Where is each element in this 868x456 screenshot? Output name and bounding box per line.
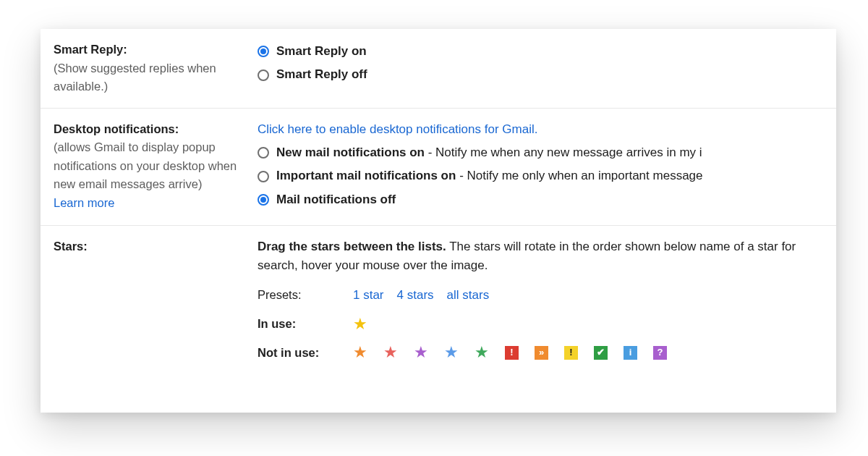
not-in-use-list: ★★★★★!»!✔i?: [353, 345, 667, 360]
preset-all-stars[interactable]: all stars: [447, 286, 490, 305]
in-use-list: ★: [353, 316, 367, 332]
purple-question-icon[interactable]: ?: [653, 346, 667, 360]
smart-reply-on-label: Smart Reply on: [276, 42, 367, 61]
blue-star-icon[interactable]: ★: [444, 345, 459, 360]
smart-reply-off-option[interactable]: Smart Reply off: [258, 65, 836, 84]
stars-instruction-bold: Drag the stars between the lists.: [258, 240, 446, 253]
purple-star-icon[interactable]: ★: [414, 345, 428, 360]
desktop-notif-title: Desktop notifications:: [54, 122, 179, 135]
notif-option-label: New mail notifications on - Notify me wh…: [276, 143, 702, 162]
radio-icon: [258, 46, 269, 57]
smart-reply-on-option[interactable]: Smart Reply on: [258, 42, 836, 61]
notif-option-important[interactable]: Important mail notifications on - Notify…: [258, 166, 836, 185]
radio-icon: [258, 194, 269, 206]
smart-reply-desc: (Show suggested replies when available.): [54, 62, 216, 93]
green-star-icon[interactable]: ★: [475, 345, 489, 360]
stars-title: Stars:: [54, 240, 88, 253]
radio-icon: [258, 69, 269, 81]
section-stars: Stars: Drag the stars between the lists.…: [41, 226, 836, 373]
preset-4-stars[interactable]: 4 stars: [397, 286, 434, 305]
yellow-bang-icon[interactable]: !: [564, 346, 578, 360]
yellow-star-icon[interactable]: ★: [353, 316, 367, 332]
section-desktop-notifications: Desktop notifications: (allows Gmail to …: [41, 109, 836, 226]
notif-option-label: Mail notifications off: [276, 190, 396, 209]
red-bang-icon[interactable]: !: [505, 346, 519, 360]
green-check-icon[interactable]: ✔: [594, 346, 608, 360]
blue-info-icon[interactable]: i: [624, 346, 637, 360]
radio-icon: [258, 171, 269, 182]
enable-desktop-notif-link[interactable]: Click here to enable desktop notificatio…: [258, 122, 537, 136]
notif-option-off[interactable]: Mail notifications off: [258, 190, 836, 209]
orange-arrows-icon[interactable]: »: [535, 346, 548, 360]
smart-reply-title: Smart Reply:: [54, 43, 127, 56]
notif-option-label: Important mail notifications on - Notify…: [276, 166, 703, 185]
radio-icon: [258, 147, 269, 159]
preset-1-star[interactable]: 1 star: [353, 286, 384, 305]
red-star-icon[interactable]: ★: [383, 345, 398, 360]
learn-more-link[interactable]: Learn more: [54, 196, 114, 209]
in-use-label: In use:: [258, 315, 353, 334]
stars-instruction: Drag the stars between the lists. The st…: [258, 237, 836, 276]
orange-star-icon[interactable]: ★: [353, 345, 367, 360]
smart-reply-off-label: Smart Reply off: [276, 65, 367, 84]
settings-panel: Smart Reply: (Show suggested replies whe…: [41, 29, 836, 413]
notif-option-new[interactable]: New mail notifications on - Notify me wh…: [258, 143, 836, 162]
desktop-notif-desc: (allows Gmail to display popup notificat…: [54, 140, 237, 190]
presets-label: Presets:: [258, 286, 353, 305]
section-smart-reply: Smart Reply: (Show suggested replies whe…: [41, 29, 836, 109]
not-in-use-label: Not in use:: [258, 344, 353, 363]
